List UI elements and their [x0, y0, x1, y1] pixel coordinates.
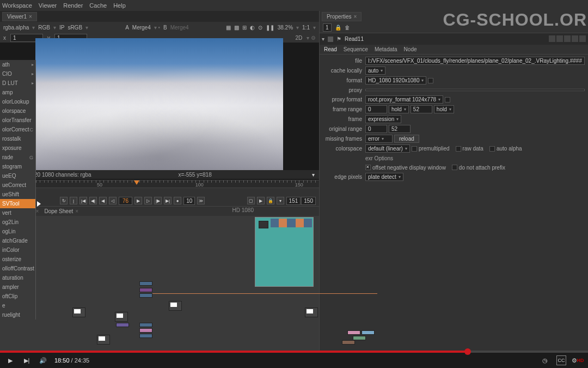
menu-workspace[interactable]: Workspace	[2, 2, 32, 9]
prev-key-btn[interactable]: ◀|	[89, 197, 97, 204]
proxy-field[interactable]	[365, 89, 585, 91]
menu-render[interactable]: Render	[63, 2, 83, 9]
trash-icon[interactable]: 🗑	[345, 25, 350, 31]
node-cluster[interactable]	[342, 330, 380, 347]
tb-btn[interactable]: ▶	[257, 197, 265, 204]
node-header-buttons[interactable]	[548, 35, 586, 43]
volume-icon[interactable]: 🔊	[38, 355, 48, 365]
subtab-read[interactable]: Read	[324, 46, 337, 52]
node-read[interactable]	[72, 307, 85, 317]
range-start[interactable]: 0	[365, 105, 387, 113]
premult-chk[interactable]	[412, 146, 417, 152]
speed-btn[interactable]: ≫	[197, 197, 205, 204]
ctx-item-olorlookup[interactable]: olorLookup	[0, 97, 35, 106]
node-color-swatch[interactable]	[328, 37, 333, 42]
watch-later-icon[interactable]: ◷	[540, 355, 550, 365]
mode-2d[interactable]: 2D	[295, 35, 302, 41]
hold2-dd[interactable]: hold	[434, 105, 454, 113]
play-back-btn[interactable]: ◁	[109, 197, 117, 204]
flag-icon[interactable]: ⚑	[336, 36, 341, 42]
ctx-item-d lut[interactable]: D LUT	[0, 79, 35, 88]
ctx-item-oglin[interactable]: ogLin	[0, 227, 35, 236]
subtab-metadata[interactable]: Metadata	[375, 46, 397, 52]
rgb-btn[interactable]: RGB	[38, 25, 50, 31]
a-input[interactable]: Merge4	[132, 25, 151, 31]
range-end[interactable]: 150	[301, 197, 316, 205]
end-frame[interactable]: 151	[286, 197, 301, 205]
ctx-item-rade[interactable]: rade	[0, 153, 35, 162]
tb-icon[interactable]: ◐	[250, 25, 255, 31]
ctx-item-atchgrade[interactable]: atchGrade	[0, 236, 35, 245]
ctx-item-olorspace[interactable]: olorspace	[0, 106, 35, 116]
zoom-label[interactable]: 38.2%	[278, 25, 293, 31]
ctx-item-olloffcontrast[interactable]: olloffContrast	[0, 264, 35, 273]
ctx-item-amp[interactable]: amp	[0, 88, 35, 97]
range-end[interactable]: 52	[411, 105, 432, 113]
fps-field[interactable]: 10	[183, 197, 195, 205]
props-count[interactable]: 1	[323, 23, 332, 32]
close-icon[interactable]: ×	[29, 14, 32, 20]
pause-icon[interactable]: ❚❚	[266, 25, 274, 31]
chevron-down-icon[interactable]: ▾	[322, 36, 324, 42]
step-btn[interactable]: |	[70, 197, 77, 204]
cache-dd[interactable]: auto	[365, 67, 385, 75]
node-merge[interactable]	[139, 281, 152, 286]
node-merge[interactable]	[139, 334, 152, 338]
ctx-item-ruelight[interactable]: ruelight	[0, 310, 35, 319]
ctx-item-e[interactable]: e	[0, 301, 35, 310]
ctx-item-vert[interactable]: vert	[0, 208, 35, 218]
menu-cache[interactable]: Cache	[89, 2, 107, 9]
menu-viewer[interactable]: Viewer	[39, 2, 57, 9]
next-key-btn[interactable]: |▶	[154, 197, 162, 204]
ctx-item-osterize[interactable]: osterize	[0, 255, 35, 264]
ctx-item-xposure[interactable]: xposure	[0, 143, 35, 153]
missing-dd[interactable]: error	[365, 135, 393, 143]
ctx-item-incolor[interactable]: inColor	[0, 245, 35, 255]
channel-dd[interactable]: rgba.alpha	[3, 25, 29, 31]
tb-icon[interactable]: ▩	[234, 25, 239, 31]
tb-icon[interactable]: ⊞	[242, 25, 247, 31]
file-field[interactable]: I:/VFX/scenes/VFX_01/clouds_fly/render/p…	[365, 57, 585, 65]
orig-end[interactable]: 52	[389, 125, 411, 133]
node-merge[interactable]	[139, 323, 152, 327]
orig-start[interactable]: 0	[365, 125, 387, 133]
ctx-item-ueshift[interactable]: ueShift	[0, 190, 35, 199]
node-merge[interactable]	[116, 323, 129, 327]
last-frame-btn[interactable]: ▶|	[164, 197, 171, 204]
lock-icon[interactable]: 🔒	[267, 197, 274, 204]
node-header[interactable]: ▾ ⚑ Read11	[320, 33, 588, 45]
subtab-node[interactable]: Node	[404, 46, 417, 52]
current-frame[interactable]: 76	[119, 197, 132, 205]
ctx-item-ueeq[interactable]: ueEQ	[0, 171, 35, 180]
tab-dope-sheet[interactable]: Dope Sheet×	[44, 208, 78, 214]
ctx-item-og2lin[interactable]: og2Lin	[0, 218, 35, 227]
first-frame-btn[interactable]: |◀	[79, 197, 87, 204]
ctx-item-aturation[interactable]: aturation	[0, 273, 35, 282]
tb-btn[interactable]: ▾	[277, 197, 284, 204]
reload-button[interactable]: reload	[394, 135, 419, 143]
autoalpha-chk[interactable]	[489, 146, 495, 152]
ratio-label[interactable]: 1:1	[302, 25, 310, 31]
ctx-item-oftclip[interactable]: oftClip	[0, 292, 35, 301]
node-read[interactable]	[97, 335, 110, 345]
ctx-item-stogram[interactable]: stogram	[0, 162, 35, 171]
format-dd[interactable]: HD_1080 1920x1080	[365, 76, 427, 85]
play-btn[interactable]: ▶	[134, 197, 142, 204]
ctx-item-cio[interactable]: CIO	[0, 69, 35, 79]
timeline[interactable]: 50100150	[0, 180, 319, 195]
node-read[interactable]	[115, 312, 128, 322]
settings-icon[interactable]: ⚙HD	[573, 355, 583, 365]
proxyformat-dd[interactable]: root.proxy_format 1024x778	[365, 95, 443, 104]
colorspace-dd[interactable]: default (linear)	[365, 144, 410, 153]
proxy-chk[interactable]	[445, 97, 450, 102]
chevron-down-icon[interactable]: ▾	[312, 172, 315, 178]
progress-handle[interactable]	[464, 348, 471, 355]
ctx-item-svtool[interactable]: SVTool	[0, 199, 35, 208]
minimap[interactable]	[255, 217, 314, 287]
ctx-item-ampler[interactable]: ampler	[0, 282, 35, 292]
next-button[interactable]: ▶|	[22, 355, 32, 365]
cc-button[interactable]: CC	[556, 355, 566, 365]
format-chk[interactable]	[428, 78, 433, 83]
lock-icon[interactable]: 🔒	[335, 25, 341, 31]
node-color[interactable]	[139, 288, 152, 292]
